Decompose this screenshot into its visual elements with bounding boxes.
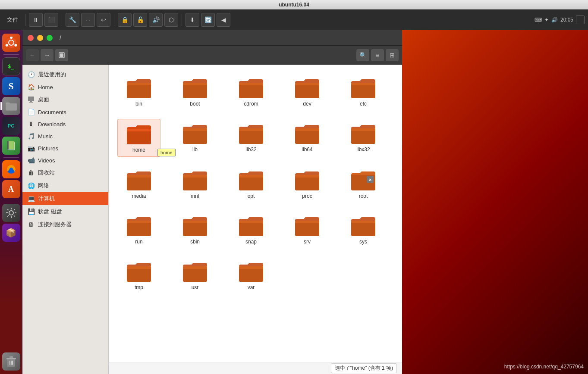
folder-name-sys: sys	[359, 239, 367, 245]
folder-item-home[interactable]: home	[117, 119, 160, 157]
folder-name-media: media	[132, 193, 146, 199]
toolbar-sep-1	[25, 14, 25, 26]
window-min-btn[interactable]	[37, 35, 43, 41]
folder-item-var[interactable]: var	[230, 257, 273, 294]
sidebar-item-desktop[interactable]: 桌面	[22, 93, 108, 106]
folder-item-sbin[interactable]: sbin	[173, 211, 217, 248]
folder-item-usr[interactable]: usr	[173, 257, 217, 294]
pictures-icon: 📷	[28, 145, 35, 152]
folder-name-proc: proc	[302, 193, 312, 199]
dock-notebook-icon[interactable]: 📗	[2, 137, 20, 155]
sidebar-item-downloads[interactable]: ⬇ Downloads	[22, 118, 108, 130]
folder-item-media[interactable]: media	[117, 165, 160, 203]
sidebar-item-pictures[interactable]: 📷 Pictures	[22, 142, 108, 154]
toolbar-back-btn[interactable]: ◀	[217, 13, 230, 27]
dock-settings-icon[interactable]	[2, 204, 20, 222]
bluetooth-icon: ✦	[544, 17, 549, 23]
folder-item-lib[interactable]: lib	[173, 119, 217, 157]
folder-item-proc[interactable]: proc	[286, 165, 329, 203]
folder-item-root[interactable]: × root	[342, 165, 385, 203]
toolbar-reload-btn[interactable]: 🔄	[201, 13, 215, 27]
network-icon: 🌐	[28, 182, 35, 189]
folder-item-lib32[interactable]: lib32	[230, 119, 273, 157]
recent-icon: 🕐	[28, 71, 35, 78]
folder-item-srv[interactable]: srv	[286, 211, 329, 248]
folder-item-run[interactable]: run	[117, 211, 160, 248]
dock-ubuntu-icon[interactable]	[2, 34, 20, 52]
toolbar-lock-btn[interactable]: 🔒	[118, 13, 132, 27]
file-menu-label[interactable]: 文件	[3, 16, 22, 24]
folder-name-lib32: lib32	[245, 146, 256, 153]
dock-software-icon[interactable]: A	[2, 180, 20, 198]
toolbar-pause-btn[interactable]: ⏸	[29, 13, 43, 27]
nav-back-btn[interactable]: ←	[26, 49, 39, 61]
folder-name-cdrom: cdrom	[244, 101, 258, 107]
folder-item-boot[interactable]: boot	[173, 73, 217, 110]
folder-item-dev[interactable]: dev	[286, 73, 329, 110]
folder-icon-usr	[182, 260, 208, 283]
window-max-btn[interactable]	[47, 35, 53, 41]
folder-item-etc[interactable]: etc	[342, 73, 385, 110]
dock-terminal-icon[interactable]: $_	[2, 57, 20, 75]
sidebar-item-recent[interactable]: 🕐 最近使用的	[22, 68, 108, 81]
folder-icon-etc	[350, 77, 376, 99]
dock-archive-icon[interactable]: 📦	[2, 224, 20, 242]
nav-list-view-btn[interactable]: ≡	[371, 49, 384, 61]
folder-name-run: run	[135, 239, 142, 245]
svg-rect-15	[11, 361, 12, 365]
svg-point-3	[14, 44, 17, 47]
sidebar-item-videos[interactable]: 📹 Videos	[22, 154, 108, 166]
folder-item-libx32[interactable]: libx32	[342, 119, 385, 157]
folder-item-sys[interactable]: sys	[342, 211, 385, 248]
svg-rect-12	[6, 358, 16, 359]
folder-item-mnt[interactable]: mnt	[173, 165, 217, 203]
dock-files-icon[interactable]	[2, 97, 20, 115]
sidebar-item-computer[interactable]: 💻 计算机	[22, 192, 108, 205]
sidebar-item-home[interactable]: 🏠 Home	[22, 81, 108, 93]
toolbar-refresh-btn[interactable]: ↩	[97, 13, 110, 27]
sidebar-recent-label: 最近使用的	[38, 71, 66, 78]
toolbar-settings-btn[interactable]: 🔧	[66, 13, 79, 27]
desktop-icon	[28, 96, 35, 103]
folder-item-tmp[interactable]: tmp	[117, 257, 160, 294]
svg-point-10	[9, 211, 13, 215]
nav-home-btn[interactable]	[55, 49, 68, 61]
dock-pycharm-icon[interactable]: PC	[2, 117, 20, 135]
sidebar-item-recycle[interactable]: 🗑 回收站	[22, 166, 108, 179]
folder-item-opt[interactable]: opt	[230, 165, 273, 203]
toolbar-sep-4	[182, 14, 182, 26]
folder-item-cdrom[interactable]: cdrom	[230, 73, 273, 110]
dock-trash-icon[interactable]	[2, 352, 20, 371]
toolbar-stop-btn[interactable]: ⬛	[44, 13, 58, 27]
toolbar-swap-btn[interactable]: ↔	[81, 13, 95, 27]
window-title: ubuntu16.04	[279, 2, 309, 8]
folder-item-lib64[interactable]: lib64	[286, 119, 329, 157]
toolbar-volume-btn[interactable]: 🔊	[149, 13, 163, 27]
sidebar-connect-label: 连接到服务器	[38, 221, 72, 228]
keyboard-icon: ⌨	[535, 17, 542, 23]
sidebar-item-documents[interactable]: 📄 Documents	[22, 106, 108, 118]
toolbar-unlock-btn[interactable]: 🔓	[133, 13, 147, 27]
nav-grid-view-btn[interactable]: ⊞	[386, 49, 399, 61]
sidebar-item-music[interactable]: 🎵 Music	[22, 130, 108, 142]
sidebar-item-disk[interactable]: 💾 软盘 磁盘	[22, 205, 108, 218]
toolbar-usb-btn[interactable]: ⬡	[164, 13, 178, 27]
nav-search-btn[interactable]: 🔍	[356, 49, 369, 61]
dock-firefox-icon[interactable]	[2, 160, 20, 178]
sidebar-item-network[interactable]: 🌐 网络	[22, 179, 108, 192]
folder-item-bin[interactable]: bin	[117, 73, 160, 110]
fm-body: 🕐 最近使用的 🏠 Home 桌面 📄	[22, 65, 402, 374]
folder-item-snap[interactable]: snap	[230, 211, 273, 248]
url-text: https://blog.csdn.net/qq_42757964	[504, 364, 584, 370]
toolbar-sep-3	[114, 14, 114, 26]
dock-slides-icon[interactable]: S	[2, 77, 20, 95]
window-close-btn[interactable]	[28, 35, 34, 41]
folder-icon-run	[126, 215, 152, 237]
sidebar-item-connect[interactable]: 🖥 连接到服务器	[22, 218, 108, 231]
folder-name-var: var	[248, 284, 255, 290]
toolbar-download-btn[interactable]: ⬇	[186, 13, 199, 27]
folder-icon-opt	[238, 169, 264, 191]
nav-forward-btn[interactable]: →	[41, 49, 53, 61]
folder-name-root: root	[359, 193, 368, 199]
svg-rect-13	[9, 356, 13, 358]
